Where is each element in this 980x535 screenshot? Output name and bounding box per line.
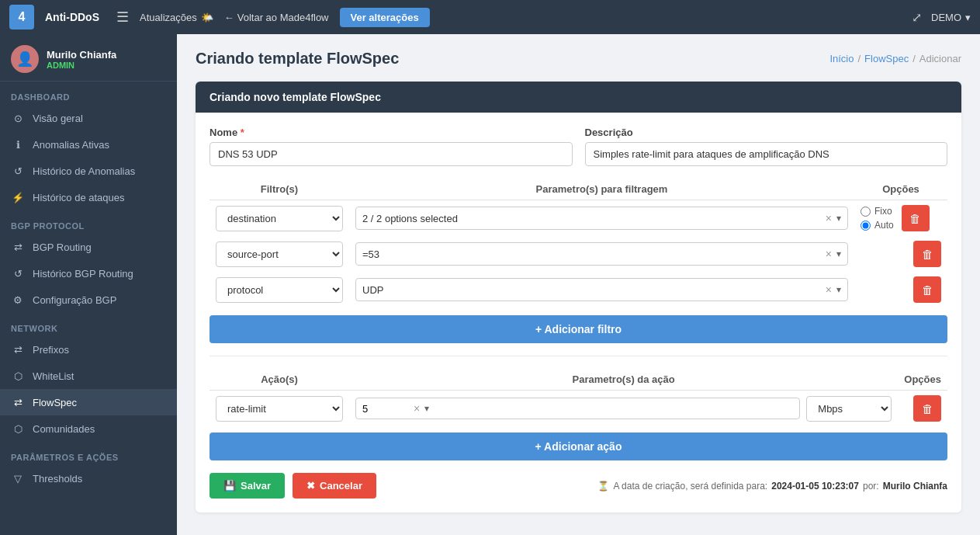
filter-1-select-cell: destination source-port protocol bbox=[210, 200, 349, 237]
filter-3-chevron-icon[interactable]: ▾ bbox=[836, 284, 841, 295]
action-1-chevron-icon[interactable]: ▾ bbox=[424, 403, 429, 414]
user-role: ADMIN bbox=[47, 61, 116, 70]
actions-col2-header: Parametro(s) da ação bbox=[349, 369, 898, 391]
filter-2-clear-icon[interactable]: × bbox=[826, 248, 832, 260]
sidebar-item-bgp-routing[interactable]: ⇄ BGP Routing bbox=[0, 234, 177, 260]
filters-table: Filtro(s) Parametro(s) para filtragem Op… bbox=[210, 179, 947, 307]
threshold-icon: ▽ bbox=[11, 471, 25, 485]
breadcrumb: Início / FlowSpec / Adicionar bbox=[829, 53, 961, 64]
breadcrumb-current: Adicionar bbox=[919, 53, 961, 64]
history2-icon: ↺ bbox=[11, 266, 25, 280]
hamburger-icon[interactable]: ☰ bbox=[116, 9, 129, 26]
sidebar: 👤 Murilo Chianfa ADMIN Dashboard ⊙ Visão… bbox=[0, 34, 177, 535]
filter-row-3: destination source-port protocol UDP × ▾ bbox=[210, 272, 947, 307]
breadcrumb-flowspec[interactable]: FlowSpec bbox=[864, 53, 909, 64]
filter-row-2: destination source-port protocol =53 × ▾ bbox=[210, 236, 947, 272]
hourglass-icon: ⏳ bbox=[597, 481, 609, 492]
breadcrumb-inicio[interactable]: Início bbox=[829, 53, 854, 64]
filter-1-delete-button[interactable]: 🗑 bbox=[902, 205, 930, 231]
demo-menu[interactable]: DEMO ▾ bbox=[931, 12, 971, 23]
filter-3-param-value: UDP bbox=[362, 284, 821, 296]
filter-2-select[interactable]: destination source-port protocol bbox=[216, 241, 343, 267]
sidebar-item-visao-geral[interactable]: ⊙ Visão geral bbox=[0, 105, 177, 131]
expand-icon[interactable]: ⤢ bbox=[912, 10, 922, 25]
action-1-select[interactable]: rate-limit bbox=[216, 396, 343, 422]
filter-2-options-cell: 🗑 bbox=[854, 236, 947, 272]
actions-col1-header: Ação(s) bbox=[210, 369, 349, 391]
route-icon: ⇄ bbox=[11, 240, 25, 254]
section-divider bbox=[210, 356, 947, 356]
action-1-delete-button[interactable]: 🗑 bbox=[913, 395, 941, 422]
filter-1-chevron-icon[interactable]: ▾ bbox=[836, 213, 841, 224]
footer-user: Murilo Chianfa bbox=[883, 481, 947, 492]
actions-col3-header: Opções bbox=[898, 369, 947, 391]
sidebar-item-historico-bgp[interactable]: ↺ Histórico BGP Routing bbox=[0, 260, 177, 287]
filter-3-select-cell: destination source-port protocol bbox=[210, 272, 349, 307]
filter-1-select[interactable]: destination source-port protocol bbox=[216, 206, 343, 231]
filter-1-multiselect[interactable]: 2 / 2 options selected × ▾ bbox=[355, 207, 848, 230]
action-1-clear-icon[interactable]: × bbox=[414, 402, 420, 415]
topbar-right: ⤢ DEMO ▾ bbox=[912, 10, 971, 25]
form-footer: 💾 Salvar ✖ Cancelar ⏳ A data de criação,… bbox=[210, 473, 947, 499]
filter-1-options: Fixo Auto bbox=[861, 206, 894, 231]
filter-3-delete-button[interactable]: 🗑 bbox=[913, 276, 941, 303]
history-icon: ↺ bbox=[11, 164, 25, 178]
add-action-button[interactable]: + Adicionar ação bbox=[210, 433, 947, 460]
user-info: Murilo Chianfa ADMIN bbox=[47, 49, 116, 70]
gear-icon: ⚙ bbox=[11, 293, 25, 307]
filter-2-param-cell: =53 × ▾ bbox=[349, 236, 854, 272]
sidebar-item-historico-ataques[interactable]: ⚡ Histórico de ataques bbox=[0, 184, 177, 210]
filter-1-param-cell: 2 / 2 options selected × ▾ bbox=[349, 200, 854, 237]
filter-2-param-value: =53 bbox=[362, 248, 821, 260]
footer-date: 2024-01-05 10:23:07 bbox=[771, 481, 859, 492]
cancel-button[interactable]: ✖ Cancelar bbox=[293, 473, 376, 499]
username: Murilo Chianfa bbox=[47, 49, 116, 61]
action-1-value-input[interactable] bbox=[362, 403, 409, 415]
footer-info: ⏳ A data de criação, será definida para:… bbox=[597, 481, 947, 492]
name-group: Nome * bbox=[210, 127, 573, 166]
section-network: Network bbox=[0, 313, 177, 336]
prefix-icon: ⇄ bbox=[11, 342, 25, 356]
filter-2-value[interactable]: =53 × ▾ bbox=[355, 242, 848, 266]
filter-row-1: destination source-port protocol 2 / 2 o… bbox=[210, 200, 947, 237]
back-to-made4flow-btn[interactable]: ← Voltar ao Made4flow bbox=[224, 12, 329, 23]
sidebar-item-anomalias-ativas[interactable]: ℹ Anomalias Ativas bbox=[0, 131, 177, 158]
filter-2-chevron-icon[interactable]: ▾ bbox=[836, 248, 841, 259]
avatar: 👤 bbox=[11, 45, 39, 73]
desc-group: Descrição bbox=[585, 127, 948, 166]
ver-alteracoes-button[interactable]: Ver alterações bbox=[340, 8, 430, 27]
trash2-icon: 🗑 bbox=[922, 248, 933, 261]
layout: 👤 Murilo Chianfa ADMIN Dashboard ⊙ Visão… bbox=[0, 34, 980, 535]
hex-icon: ⬡ bbox=[11, 369, 25, 383]
filter-1-fixo-radio[interactable]: Fixo bbox=[861, 206, 894, 217]
desc-input[interactable] bbox=[585, 142, 948, 166]
filter-3-param-cell: UDP × ▾ bbox=[349, 272, 854, 307]
filter-1-clear-icon[interactable]: × bbox=[826, 212, 832, 224]
filter-3-value[interactable]: UDP × ▾ bbox=[355, 278, 848, 301]
filters-col1-header: Filtro(s) bbox=[210, 179, 349, 200]
name-input[interactable] bbox=[210, 142, 573, 166]
sidebar-item-prefixos[interactable]: ⇄ Prefixos bbox=[0, 336, 177, 363]
sidebar-item-comunidades[interactable]: ⬡ Comunidades bbox=[0, 415, 177, 442]
topbar: 4 Anti-DDoS ☰ Atualizações 🌤️ ← Voltar a… bbox=[0, 0, 980, 34]
name-desc-row: Nome * Descrição bbox=[210, 127, 947, 166]
filter-3-clear-icon[interactable]: × bbox=[826, 283, 832, 296]
filter-1-auto-radio[interactable]: Auto bbox=[861, 220, 894, 231]
name-label: Nome * bbox=[210, 127, 573, 138]
filters-col3-header: Opções bbox=[854, 179, 947, 200]
section-dashboard: Dashboard bbox=[0, 82, 177, 105]
lightning-icon: ⚡ bbox=[11, 190, 25, 204]
main-card: Criando novo template FlowSpec Nome * De… bbox=[196, 82, 961, 512]
sidebar-item-thresholds[interactable]: ▽ Thresholds bbox=[0, 465, 177, 492]
filter-2-delete-button[interactable]: 🗑 bbox=[913, 241, 941, 267]
info-icon: ℹ bbox=[11, 137, 25, 151]
sidebar-item-flowspec[interactable]: ⇄ FlowSpec bbox=[0, 389, 177, 415]
section-bgp: BGP Protocol bbox=[0, 210, 177, 234]
action-1-unit-select[interactable]: Mbps Kbps bps pps Kpps Mpps bbox=[806, 396, 892, 422]
sidebar-item-historico-anomalias[interactable]: ↺ Histórico de Anomalias bbox=[0, 158, 177, 184]
add-filter-button[interactable]: + Adicionar filtro bbox=[210, 315, 947, 343]
sidebar-item-configuracao-bgp[interactable]: ⚙ Configuração BGP bbox=[0, 287, 177, 313]
sidebar-item-whitelist[interactable]: ⬡ WhiteList bbox=[0, 363, 177, 389]
save-button[interactable]: 💾 Salvar bbox=[210, 473, 285, 499]
filter-3-select[interactable]: destination source-port protocol bbox=[216, 277, 343, 303]
